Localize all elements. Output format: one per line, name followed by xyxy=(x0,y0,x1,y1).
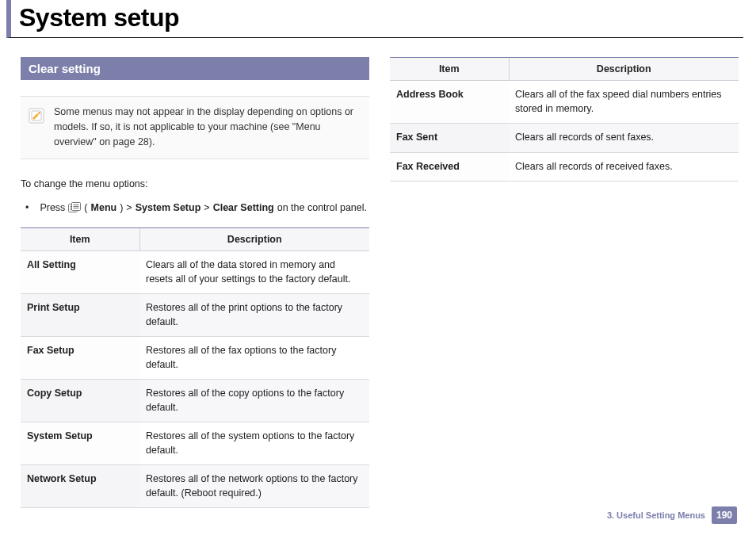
table-row: Network SetupRestores all of the network… xyxy=(21,465,369,508)
instr-step2: Clear Setting xyxy=(213,202,274,213)
instr-suffix: on the control panel. xyxy=(277,202,367,213)
info-note: Some menus may not appear in the display… xyxy=(21,96,369,159)
cell-item: Fax Setup xyxy=(21,337,139,380)
clear-setting-table-right: Item Description Address BookClears all … xyxy=(390,57,739,182)
right-column: Item Description Address BookClears all … xyxy=(390,57,739,508)
instr-sep1: > xyxy=(126,202,132,213)
page-footer: 3. Useful Setting Menus 190 xyxy=(607,506,737,524)
cell-desc: Restores all of the copy options to the … xyxy=(139,380,369,422)
intro-line: To change the menu options: xyxy=(21,178,369,189)
cell-desc: Clears all records of received faxes. xyxy=(509,152,739,182)
cell-item: Fax Sent xyxy=(390,124,509,153)
cell-item: Copy Setup xyxy=(21,380,139,422)
cell-item: Address Book xyxy=(390,81,509,124)
instr-open-paren: ( xyxy=(84,202,87,213)
th-desc: Description xyxy=(139,228,369,251)
page-title: System setup xyxy=(19,3,743,32)
instruction-line: • Press (Menu) > System xyxy=(21,202,369,213)
left-column: Clear setting Some menus may not appear … xyxy=(21,57,369,508)
table-row: All SettingClears all of the data stored… xyxy=(21,251,369,294)
page-title-bar: System setup xyxy=(6,0,743,38)
cell-item: All Setting xyxy=(21,251,139,294)
menu-icon xyxy=(68,202,81,213)
cell-item: Network Setup xyxy=(21,465,139,508)
th-item: Item xyxy=(21,228,139,251)
table-row: Fax SentClears all records of sent faxes… xyxy=(390,124,739,153)
cell-desc: Clears all of the fax speed dial numbers… xyxy=(509,81,739,124)
section-heading-clear-setting: Clear setting xyxy=(21,57,369,80)
table-row: Fax ReceivedClears all records of receiv… xyxy=(390,152,739,182)
footer-chapter: 3. Useful Setting Menus xyxy=(607,510,705,520)
cell-item: Fax Received xyxy=(390,152,509,182)
instr-menu: Menu xyxy=(91,202,117,213)
th-item: Item xyxy=(390,58,509,81)
th-desc: Description xyxy=(509,58,739,81)
cell-desc: Restores all of the fax options to the f… xyxy=(139,337,369,380)
instr-sep2: > xyxy=(204,202,209,213)
instr-close-paren: ) xyxy=(120,202,123,213)
cell-desc: Restores all of the print options to the… xyxy=(139,294,369,337)
instr-step1: System Setup xyxy=(136,202,201,213)
table-row: Print SetupRestores all of the print opt… xyxy=(21,294,369,337)
table-row: Copy SetupRestores all of the copy optio… xyxy=(21,380,369,422)
cell-desc: Clears all records of sent faxes. xyxy=(509,124,739,153)
footer-page-number: 190 xyxy=(712,506,737,524)
cell-desc: Restores all of the network options to t… xyxy=(139,465,369,508)
instr-prefix: Press xyxy=(40,202,65,213)
cell-desc: Restores all of the system options to th… xyxy=(139,422,369,465)
clear-setting-table-left: Item Description All SettingClears all o… xyxy=(21,227,369,508)
cell-item: Print Setup xyxy=(21,294,139,337)
table-row: Fax SetupRestores all of the fax options… xyxy=(21,337,369,380)
bullet-icon: • xyxy=(25,202,29,213)
cell-desc: Clears all of the data stored in memory … xyxy=(139,251,369,294)
note-icon xyxy=(27,106,46,125)
note-text: Some menus may not appear in the display… xyxy=(54,105,363,149)
table-row: System SetupRestores all of the system o… xyxy=(21,422,369,465)
table-row: Address BookClears all of the fax speed … xyxy=(390,81,739,124)
cell-item: System Setup xyxy=(21,422,139,465)
